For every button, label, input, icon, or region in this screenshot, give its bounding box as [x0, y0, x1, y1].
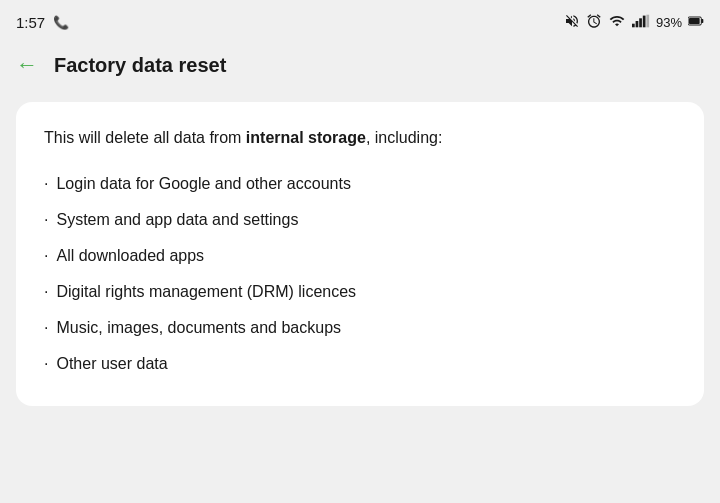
bullet-point: ·: [44, 280, 48, 304]
battery-percentage: 93%: [656, 15, 682, 30]
svg-rect-2: [639, 18, 642, 27]
time-display: 1:57: [16, 14, 45, 31]
bullet-point: ·: [44, 244, 48, 268]
list-item-text: System and app data and settings: [56, 208, 298, 232]
list-item: ·Login data for Google and other account…: [44, 166, 676, 202]
list-item-text: Login data for Google and other accounts: [56, 172, 350, 196]
back-button[interactable]: ←: [16, 52, 38, 78]
page-title: Factory data reset: [54, 54, 226, 77]
list-item: ·Music, images, documents and backups: [44, 310, 676, 346]
description-text: This will delete all data from internal …: [44, 126, 676, 150]
list-item: ·Digital rights management (DRM) licence…: [44, 274, 676, 310]
content-card: This will delete all data from internal …: [16, 102, 704, 406]
alarm-icon: [586, 13, 602, 32]
description-start: This will delete all data from: [44, 129, 246, 146]
svg-rect-1: [636, 21, 639, 27]
description-bold: internal storage: [246, 129, 366, 146]
svg-rect-0: [632, 23, 635, 27]
bullet-point: ·: [44, 172, 48, 196]
bullet-point: ·: [44, 208, 48, 232]
status-right: 93%: [564, 13, 704, 32]
list-item: ·Other user data: [44, 346, 676, 382]
toolbar: ← Factory data reset: [0, 40, 720, 90]
list-item: ·System and app data and settings: [44, 202, 676, 238]
voicemail-icon: 📞: [53, 15, 69, 30]
status-left: 1:57 📞: [16, 14, 69, 31]
svg-rect-3: [643, 15, 646, 27]
bullet-point: ·: [44, 316, 48, 340]
svg-rect-4: [646, 14, 649, 27]
signal-icon: [632, 14, 650, 31]
list-item: ·All downloaded apps: [44, 238, 676, 274]
list-item-text: Music, images, documents and backups: [56, 316, 341, 340]
svg-rect-6: [701, 19, 703, 23]
list-item-text: All downloaded apps: [56, 244, 204, 268]
mute-icon: [564, 13, 580, 32]
bullet-point: ·: [44, 352, 48, 376]
status-bar: 1:57 📞: [0, 0, 720, 40]
list-item-text: Other user data: [56, 352, 167, 376]
battery-icon: [688, 14, 704, 31]
bullet-list: ·Login data for Google and other account…: [44, 166, 676, 382]
svg-rect-7: [689, 18, 700, 24]
list-item-text: Digital rights management (DRM) licences: [56, 280, 356, 304]
description-end: , including:: [366, 129, 443, 146]
wifi-icon: [608, 13, 626, 32]
